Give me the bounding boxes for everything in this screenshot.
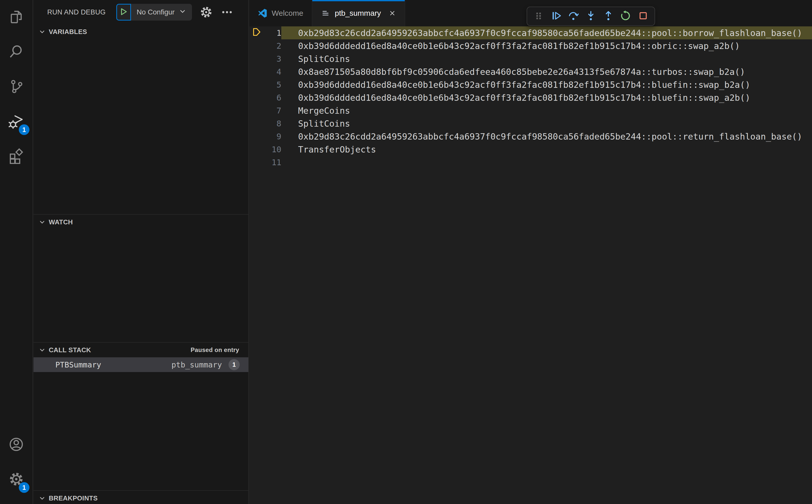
sidebar-item-extensions[interactable]	[0, 139, 32, 174]
code-text[interactable]: 0xb39d6dddedd16ed8a40ce0b1e6b43c92acf0ff…	[281, 78, 812, 91]
run-and-debug-sidebar: RUN AND DEBUG No Configur	[34, 0, 249, 504]
paused-status: Paused on entry	[191, 346, 239, 354]
account-icon	[8, 436, 24, 453]
config-dropdown-label: No Configur	[137, 8, 174, 16]
editor-group: Welcome ptb_summary	[249, 0, 812, 504]
watch-section-header[interactable]: WATCH	[34, 215, 248, 229]
settings-badge: 1	[19, 482, 29, 493]
tab-label: ptb_summary	[335, 9, 381, 18]
line-number: 2	[265, 39, 281, 52]
step-into-button[interactable]	[584, 9, 598, 24]
code-text[interactable]: 0xb39d6dddedd16ed8a40ce0b1e6b43c92acf0ff…	[281, 91, 812, 104]
code-line-2: 2 0xb39d6dddedd16ed8a40ce0b1e6b43c92acf0…	[249, 39, 812, 52]
call-stack-section: CALL STACK Paused on entry PTBSummary pt…	[34, 342, 248, 490]
variables-section: VARIABLES	[34, 24, 248, 214]
code-text[interactable]: 0xb39d6dddedd16ed8a40ce0b1e6b43c92acf0ff…	[281, 39, 812, 52]
debug-settings-gear-button[interactable]	[199, 6, 213, 19]
line-number: 11	[265, 156, 281, 169]
settings-button[interactable]: 1	[0, 462, 32, 497]
line-number: 1	[265, 26, 281, 39]
launch-config-widget: No Configur	[116, 4, 192, 21]
line-number: 10	[265, 143, 281, 156]
chevron-down-icon	[38, 346, 46, 354]
call-stack-section-label: CALL STACK	[49, 346, 91, 354]
stop-button[interactable]	[636, 9, 651, 24]
tab-label: Welcome	[272, 9, 303, 18]
code-line-7: 7 MergeCoins	[249, 104, 812, 117]
search-icon	[8, 44, 24, 61]
line-number: 5	[265, 78, 281, 91]
vscode-logo-icon	[258, 9, 267, 18]
code-text[interactable]: SplitCoins	[281, 52, 812, 65]
code-text[interactable]: SplitCoins	[281, 117, 812, 130]
code-line-9: 9 0xb29d83c26cdd2a64959263abbcfc4a6937f0…	[249, 130, 812, 143]
chevron-down-icon	[38, 218, 46, 226]
breakpoint-gutter[interactable]	[249, 104, 265, 117]
sidebar-title: RUN AND DEBUG	[47, 8, 106, 16]
close-icon[interactable]	[388, 9, 396, 17]
code-line-10: 10 TransferObjects	[249, 143, 812, 156]
breakpoints-section-label: BREAKPOINTS	[49, 494, 98, 502]
watch-section-label: WATCH	[49, 218, 73, 226]
breakpoint-gutter[interactable]	[249, 130, 265, 143]
code-line-4: 4 0x8ae871505a80d8bf6bf9c05906cda6edfeea…	[249, 65, 812, 78]
toolbar-drag-handle[interactable]	[531, 9, 546, 24]
restart-button[interactable]	[618, 9, 633, 24]
variables-section-header[interactable]: VARIABLES	[34, 24, 248, 39]
more-actions-button[interactable]	[220, 6, 234, 19]
debug-toolbar	[527, 7, 655, 26]
stack-frame-row[interactable]: PTBSummary ptb_summary 1	[34, 357, 248, 372]
code-text[interactable]: MergeCoins	[281, 104, 812, 117]
tab-welcome[interactable]: Welcome	[249, 0, 312, 26]
accounts-button[interactable]	[0, 427, 32, 462]
breakpoint-gutter[interactable]	[249, 156, 265, 169]
continue-icon	[550, 10, 562, 23]
step-over-button[interactable]	[566, 9, 581, 24]
code-text[interactable]: TransferObjects	[281, 143, 812, 156]
breakpoint-gutter[interactable]	[249, 117, 265, 130]
sidebar-item-source-control[interactable]	[0, 70, 32, 104]
breakpoint-gutter[interactable]	[249, 26, 265, 39]
breakpoint-gutter[interactable]	[249, 78, 265, 91]
line-number: 9	[265, 130, 281, 143]
activity-bar-bottom: 1	[0, 427, 32, 504]
sidebar-item-search[interactable]	[0, 35, 32, 70]
frame-source: ptb_summary	[171, 360, 222, 369]
code-text[interactable]: 0x8ae871505a80d8bf6bf9c05906cda6edfeea46…	[281, 65, 812, 78]
breakpoint-gutter[interactable]	[249, 65, 265, 78]
call-stack-section-header[interactable]: CALL STACK Paused on entry	[34, 343, 248, 357]
code-text[interactable]	[281, 156, 812, 169]
step-out-button[interactable]	[601, 9, 616, 24]
code-line-6: 6 0xb39d6dddedd16ed8a40ce0b1e6b43c92acf0…	[249, 91, 812, 104]
code-text[interactable]: 0xb29d83c26cdd2a64959263abbcfc4a6937f0c9…	[281, 130, 812, 143]
gripper-icon	[533, 10, 544, 23]
extensions-icon	[8, 148, 24, 165]
watch-section: WATCH	[34, 214, 248, 342]
code-text[interactable]: 0xb29d83c26cdd2a64959263abbcfc4a6937f0c9…	[281, 26, 812, 39]
tab-ptb-summary[interactable]: ptb_summary	[312, 0, 405, 26]
code-editor: 1 0xb29d83c26cdd2a64959263abbcfc4a6937f0…	[249, 26, 812, 169]
sidebar-item-explorer[interactable]	[0, 0, 32, 35]
step-into-icon	[585, 10, 597, 23]
continue-button[interactable]	[549, 9, 564, 24]
restart-icon	[620, 10, 632, 23]
chevron-down-icon	[38, 494, 46, 502]
breakpoint-gutter[interactable]	[249, 39, 265, 52]
start-debug-button[interactable]	[116, 4, 131, 21]
breakpoints-section-header[interactable]: BREAKPOINTS	[34, 491, 248, 504]
file-lines-icon	[321, 9, 330, 18]
config-dropdown[interactable]: No Configur	[131, 4, 192, 21]
variables-section-label: VARIABLES	[49, 28, 87, 36]
breakpoint-gutter[interactable]	[249, 91, 265, 104]
line-number: 6	[265, 91, 281, 104]
sidebar-header: RUN AND DEBUG No Configur	[34, 0, 248, 24]
frame-name: PTBSummary	[55, 360, 101, 369]
breakpoint-gutter[interactable]	[249, 143, 265, 156]
debug-badge: 1	[19, 124, 29, 135]
breakpoint-gutter[interactable]	[249, 52, 265, 65]
step-out-icon	[603, 10, 614, 23]
sidebar-item-run-and-debug[interactable]: 1	[0, 104, 32, 139]
line-number: 4	[265, 65, 281, 78]
code-line-11: 11	[249, 156, 812, 169]
activity-bar: 1	[0, 0, 33, 504]
